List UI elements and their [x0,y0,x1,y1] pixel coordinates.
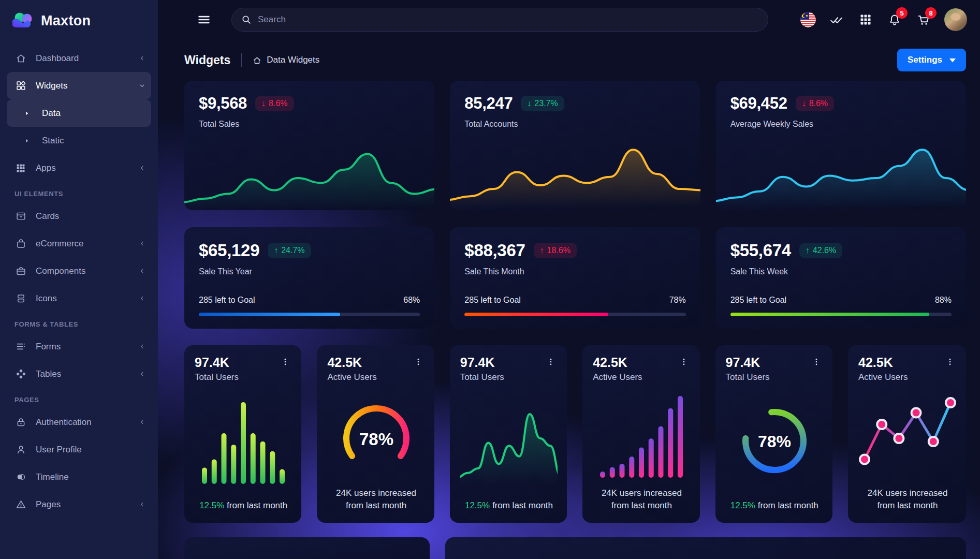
stat-value: $9,568 [199,94,247,113]
bag-icon [14,238,27,249]
double-check-icon[interactable] [828,10,845,29]
mini-value: 42.5K [593,355,642,370]
sidebar-item-cards[interactable]: Cards [7,202,151,230]
sidebar-item-timeline[interactable]: Timeline [7,463,151,491]
warning-icon [14,499,27,510]
mini-label: Active Users [858,372,908,383]
kebab-menu-icon[interactable] [943,355,957,369]
sidebar-item-forms[interactable]: Forms [7,333,151,360]
cart-icon[interactable]: 8 [915,10,932,29]
sidebar-nav: Dashboard Widgets Data Static Apps U [0,45,158,518]
chevron-left-icon [139,55,145,61]
topbar-actions: 5 8 [800,8,967,31]
stat-card-average-weekly-sales: $69,452 ↓8.6% Average Weekly Sales [716,81,966,210]
kebab-menu-icon[interactable] [544,355,558,369]
mini-value: 97.4K [195,355,239,370]
timeline-icon [14,472,27,482]
kebab-menu-icon[interactable] [810,355,823,369]
mini-card-active-users-bars: 42.5K Active Users 24K users increased f… [582,345,699,523]
sidebar-item-dashboard[interactable]: Dashboard [7,45,151,72]
mini-card-total-users-donut: 97.4K Total Users 78% 12.5% from last mo… [715,345,832,523]
progress-track [199,313,420,316]
brand[interactable]: Maxton [0,0,158,39]
sidebar-item-components[interactable]: Components [7,257,151,285]
sidebar-section-ui-elements: UI ELEMENTS [14,190,143,198]
mini-footer: 12.5% from last month [465,499,553,514]
mini-card-active-users-gauge: 42.5K Active Users 78% 24K users increas… [317,345,434,523]
change-badge: ↓8.6% [255,96,294,111]
kebab-menu-icon[interactable] [677,355,691,369]
scatter-chart [858,393,957,476]
mini-card-active-users-scatter: 42.5K Active Users 24K users increased f… [848,345,966,523]
widgets-content: $9,568 ↓8.6% Total Sales 85,247 ↓23.7% T… [158,81,980,559]
kebab-menu-icon[interactable] [279,355,292,369]
sidebar-item-pages[interactable]: Pages [7,491,151,518]
chevron-down-icon [139,83,145,89]
change-badge: ↓8.6% [796,96,834,111]
breadcrumb-item[interactable]: Data Widgets [253,55,319,65]
arrow-down-icon: ↓ [261,99,266,108]
page-title: Widgets [184,53,230,67]
mini-footer: 24K users increased from last month [329,487,423,514]
goal-text: 285 left to Goal [199,296,255,305]
sidebar-item-user-profile[interactable]: User Profile [7,436,151,463]
mini-value: 42.5K [327,355,376,370]
kebab-menu-icon[interactable] [412,355,425,369]
goal-card-row: $65,129 ↑24.7% Sale This Year 285 left t… [184,227,966,329]
sidebar-item-ecommerce[interactable]: eCommerce [7,230,151,257]
sidebar-section-forms-tables: FORMS & TABLES [14,320,143,328]
search-input[interactable] [231,8,768,32]
bell-icon[interactable]: 5 [886,10,903,29]
arrow-up-icon: ↑ [806,246,810,255]
sidebar-item-authentication[interactable]: Authentication [7,408,151,436]
arrow-down-icon: ↓ [527,99,531,108]
partial-card [184,537,430,559]
svg-text:78%: 78% [359,430,393,449]
lock-icon [14,417,27,428]
goal-card-sale-this-year: $65,129 ↑24.7% Sale This Year 285 left t… [184,227,434,329]
layers-icon [14,293,27,304]
mini-card-row: 97.4K Total Users 12.5% from last month … [184,345,966,523]
notification-badge: 5 [896,7,908,19]
sidebar-item-icons[interactable]: Icons [7,285,151,312]
chevron-left-icon [139,344,145,349]
sparkline-chart [450,135,700,210]
apps-icon [14,163,27,173]
stat-value: 85,247 [464,94,513,113]
progress-fill [199,313,340,316]
sidebar-item-widgets[interactable]: Widgets [7,72,151,99]
settings-button[interactable]: Settings [897,49,966,71]
cards-icon [14,211,27,222]
progress-track [464,313,685,316]
goal-text: 285 left to Goal [464,296,521,305]
caret-right-icon [21,110,33,117]
home-icon [253,56,261,65]
stat-value: $69,452 [730,94,787,113]
menu-icon[interactable] [195,10,213,29]
sidebar-item-data[interactable]: Data [7,99,151,127]
brand-name: Maxton [41,13,91,29]
malaysia-flag-icon[interactable] [800,12,816,27]
chevron-left-icon [139,419,145,425]
stat-card-row: $9,568 ↓8.6% Total Sales 85,247 ↓23.7% T… [184,81,966,210]
sidebar-item-tables[interactable]: Tables [7,360,151,388]
user-avatar[interactable] [944,8,967,31]
sidebar-item-static[interactable]: Static [7,127,151,154]
stat-card-total-accounts: 85,247 ↓23.7% Total Accounts [450,81,700,210]
mini-label: Active Users [327,372,376,383]
goal-value: $65,129 [199,241,259,260]
mini-footer: 12.5% from last month [199,499,287,514]
stat-label: Average Weekly Sales [730,120,952,129]
chevron-left-icon [139,165,145,171]
mini-value: 97.4K [726,355,770,370]
apps-grid-icon[interactable] [857,10,874,29]
mini-value: 42.5K [858,355,908,370]
sidebar-item-apps[interactable]: Apps [7,154,151,182]
caret-right-icon [21,137,33,144]
briefcase-icon [14,266,27,276]
caret-down-icon [949,58,956,63]
mini-label: Total Users [460,372,504,383]
arrow-up-icon: ↑ [540,246,544,255]
stat-label: Total Sales [199,120,420,129]
cart-badge: 8 [925,7,937,19]
